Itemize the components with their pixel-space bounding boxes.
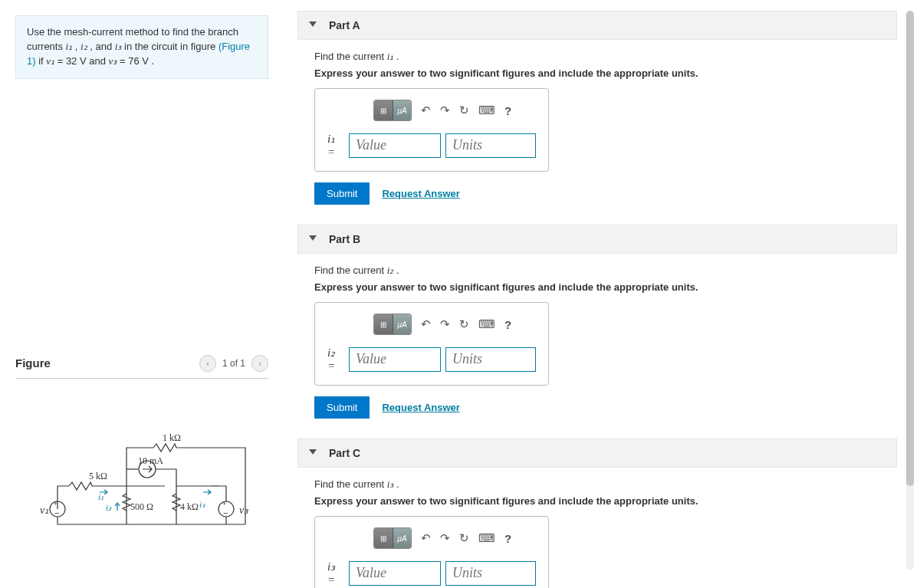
var-label-a: i₁ = <box>327 132 343 159</box>
svg-text:−: − <box>54 508 59 517</box>
caret-down-icon <box>309 21 317 27</box>
units-mu-button[interactable]: μA <box>393 314 411 334</box>
circuit-diagram: + − <box>15 402 261 532</box>
caret-down-icon <box>309 449 317 455</box>
value-input-a[interactable] <box>349 133 441 158</box>
templates-button[interactable]: ⊞ μA <box>373 314 412 335</box>
redo-icon[interactable]: ↷ <box>440 317 450 331</box>
answer-box-a: ⊞ μA ↶ ↷ ↻ ⌨ ? i₁ = <box>314 88 549 172</box>
part-c-header[interactable]: Part C <box>297 439 897 468</box>
redo-icon[interactable]: ↷ <box>440 103 450 117</box>
undo-icon[interactable]: ↶ <box>421 103 431 117</box>
label-v1: v₁ <box>40 504 49 517</box>
intro-i1: i₁ <box>66 41 73 52</box>
submit-button-b[interactable]: Submit <box>314 396 370 419</box>
part-b-header[interactable]: Part B <box>297 225 897 254</box>
part-a-header[interactable]: Part A <box>297 11 897 40</box>
reset-icon[interactable]: ↻ <box>459 317 469 331</box>
figure-counter: 1 of 1 <box>222 358 245 369</box>
label-5k: 5 kΩ <box>89 471 107 482</box>
undo-icon[interactable]: ↶ <box>421 317 431 331</box>
label-v3: v₃ <box>239 504 248 517</box>
reset-icon[interactable]: ↻ <box>459 103 469 117</box>
help-icon[interactable]: ? <box>504 318 511 331</box>
figure-title: Figure <box>15 356 51 370</box>
units-input-b[interactable] <box>445 347 536 372</box>
part-b-prompt: Find the current i₂ . <box>314 264 897 277</box>
figure-header: Figure ‹ 1 of 1 › <box>15 355 268 379</box>
undo-icon[interactable]: ↶ <box>421 531 431 545</box>
keyboard-icon[interactable]: ⌨ <box>478 531 495 545</box>
templates-button[interactable]: ⊞ μA <box>373 100 412 121</box>
templates-button[interactable]: ⊞ μA <box>373 527 412 549</box>
caret-down-icon <box>309 235 317 241</box>
request-answer-a[interactable]: Request Answer <box>382 188 459 199</box>
part-b-title: Part B <box>329 233 360 245</box>
figure-prev-button[interactable]: ‹ <box>199 355 216 372</box>
svg-text:−: − <box>223 508 228 517</box>
help-icon[interactable]: ? <box>504 532 511 545</box>
part-a-title: Part A <box>329 19 360 31</box>
keyboard-icon[interactable]: ⌨ <box>478 317 495 331</box>
reset-icon[interactable]: ↻ <box>459 531 469 545</box>
answer-box-c: ⊞ μA ↶ ↷ ↻ ⌨ ? i₃ = <box>314 516 549 588</box>
value-input-b[interactable] <box>349 347 441 372</box>
part-b-instruction: Express your answer to two significant f… <box>314 281 897 293</box>
var-label-c: i₃ = <box>327 560 343 586</box>
request-answer-b[interactable]: Request Answer <box>382 402 459 413</box>
figure-next-button[interactable]: › <box>251 355 268 372</box>
var-label-b: i₂ = <box>327 346 343 373</box>
label-500: 500 Ω <box>130 501 153 513</box>
keyboard-icon[interactable]: ⌨ <box>478 103 495 117</box>
part-c-title: Part C <box>329 447 360 459</box>
value-input-c[interactable] <box>349 561 441 586</box>
svg-text:+: + <box>54 500 58 508</box>
units-mu-button[interactable]: μA <box>393 528 411 548</box>
part-a-prompt: Find the current i₁ . <box>314 51 897 63</box>
submit-button-a[interactable]: Submit <box>314 182 370 205</box>
units-input-c[interactable] <box>445 561 536 586</box>
answer-box-b: ⊞ μA ↶ ↷ ↻ ⌨ ? i₂ = <box>314 302 549 386</box>
redo-icon[interactable]: ↷ <box>440 531 450 545</box>
units-mu-button[interactable]: μA <box>393 100 411 120</box>
help-icon[interactable]: ? <box>504 104 511 117</box>
label-i2: i₂ <box>106 503 111 513</box>
part-c-instruction: Express your answer to two significant f… <box>314 495 897 507</box>
label-4k: 4 kΩ <box>180 501 199 513</box>
label-i3: i₃ <box>199 500 205 510</box>
label-i1: i₁ <box>98 492 104 502</box>
label-10mA: 10 mA <box>138 455 163 467</box>
intro-i2: i₂ <box>80 41 87 52</box>
label-1k: 1 kΩ <box>163 432 181 444</box>
problem-intro: Use the mesh-current method to find the … <box>15 15 268 79</box>
part-a-instruction: Express your answer to two significant f… <box>314 67 897 79</box>
part-c-prompt: Find the current i₃ . <box>314 478 897 491</box>
units-input-a[interactable] <box>445 133 536 158</box>
